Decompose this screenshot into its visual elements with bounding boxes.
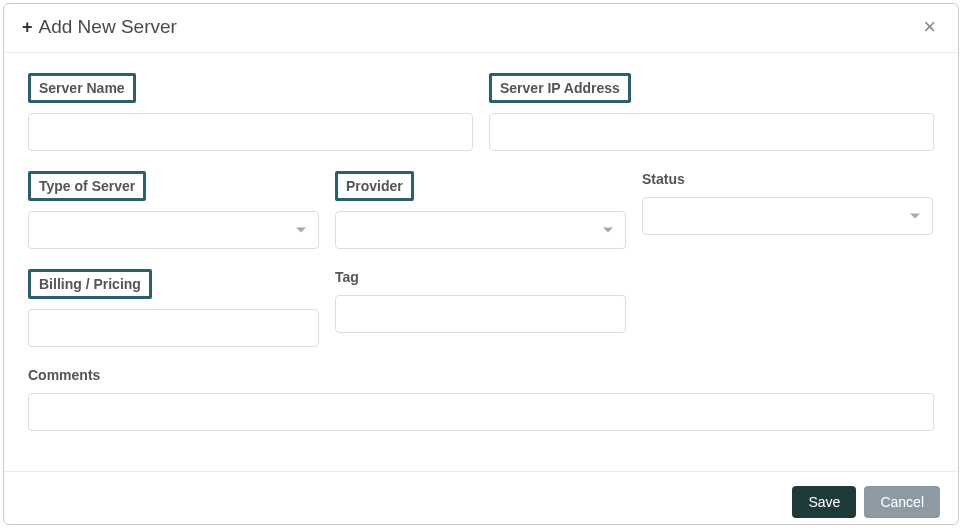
form-row-2: Type of Server Provider Status xyxy=(28,171,934,249)
form-group-type: Type of Server xyxy=(28,171,319,249)
server-name-input[interactable] xyxy=(28,113,473,151)
form-group-comments: Comments xyxy=(28,367,934,431)
billing-input[interactable] xyxy=(28,309,319,347)
label-tag: Tag xyxy=(335,269,359,285)
comments-input[interactable] xyxy=(28,393,934,431)
form-group-tag: Tag xyxy=(335,269,626,347)
modal-header: + Add New Server × xyxy=(4,4,958,53)
modal-body: Server Name Server IP Address Type of Se… xyxy=(4,53,958,471)
form-row-4: Comments xyxy=(28,367,934,431)
label-provider: Provider xyxy=(335,171,414,201)
provider-select[interactable] xyxy=(335,211,626,249)
tag-input[interactable] xyxy=(335,295,626,333)
form-group-status: Status xyxy=(642,171,933,249)
label-type-of-server: Type of Server xyxy=(28,171,146,201)
form-group-billing: Billing / Pricing xyxy=(28,269,319,347)
form-group-empty xyxy=(642,269,933,347)
type-of-server-select[interactable] xyxy=(28,211,319,249)
chevron-down-icon xyxy=(910,214,920,219)
form-group-server-ip: Server IP Address xyxy=(489,73,934,151)
label-billing: Billing / Pricing xyxy=(28,269,152,299)
modal-title: + Add New Server xyxy=(22,16,177,38)
form-group-server-name: Server Name xyxy=(28,73,473,151)
close-button[interactable]: × xyxy=(919,16,940,38)
status-select[interactable] xyxy=(642,197,933,235)
cancel-button[interactable]: Cancel xyxy=(864,486,940,518)
save-button[interactable]: Save xyxy=(792,486,856,518)
add-server-modal: + Add New Server × Server Name Server IP… xyxy=(3,3,959,525)
chevron-down-icon xyxy=(603,228,613,233)
modal-title-text: Add New Server xyxy=(39,16,177,38)
label-status: Status xyxy=(642,171,685,187)
close-icon: × xyxy=(923,14,936,39)
form-group-provider: Provider xyxy=(335,171,626,249)
plus-icon: + xyxy=(22,17,33,38)
chevron-down-icon xyxy=(296,228,306,233)
form-row-3: Billing / Pricing Tag xyxy=(28,269,934,347)
form-row-1: Server Name Server IP Address xyxy=(28,73,934,151)
label-server-name: Server Name xyxy=(28,73,136,103)
modal-footer: Save Cancel xyxy=(4,471,958,528)
server-ip-input[interactable] xyxy=(489,113,934,151)
label-comments: Comments xyxy=(28,367,100,383)
label-server-ip: Server IP Address xyxy=(489,73,631,103)
